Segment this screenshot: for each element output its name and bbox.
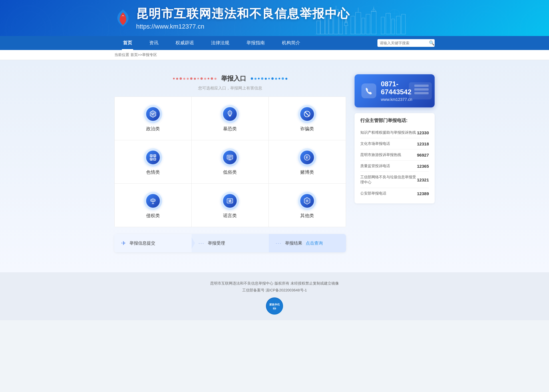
report-label-rumor: 谣言类 [223, 213, 237, 219]
logo-icon [114, 8, 132, 28]
hotline-item-0: 知识产权维权援助与举报投诉热线 12330 [360, 127, 429, 138]
svg-text:安全: 安全 [272, 307, 277, 309]
report-cell-porn[interactable]: X X X 色情类 [115, 140, 192, 184]
report-icon-politics [144, 105, 162, 123]
svg-text:家政华佗: 家政华佗 [269, 303, 280, 306]
process-step-submit: ✈ 举报信息提交 [114, 234, 192, 252]
nav-item-rumor[interactable]: 权威辟谣 [167, 36, 202, 50]
process-query-link[interactable]: 点击查询 [306, 241, 323, 246]
report-cell-rumor[interactable]: 谣 谣言类 [192, 184, 268, 227]
report-icon-rights [144, 192, 162, 210]
section-title: 举报入口 [221, 74, 246, 83]
hotline-number-2: 96927 [417, 153, 429, 157]
report-icon-terror [221, 105, 239, 123]
process-label-submit: 举报信息提交 [130, 241, 155, 246]
svg-rect-0 [317, 21, 320, 34]
footer-copyright: 昆明市互联网违法和不良信息举报中心 版权所有 未经授权禁止复制或建立镜像 [0, 281, 549, 286]
svg-text:X: X [154, 155, 156, 157]
svg-rect-23 [401, 14, 405, 34]
search-button[interactable]: 🔍 [429, 40, 435, 46]
contact-phone: 0871-67443542 [381, 80, 428, 96]
svg-rect-20 [386, 13, 390, 34]
svg-marker-9 [344, 17, 348, 25]
nav-bar: 首页 资讯 权威辟谣 法律法规 举报指南 机构简介 🔍 [0, 36, 549, 50]
hotline-name-3: 质量监管投诉电话 [360, 163, 417, 169]
svg-rect-4 [334, 9, 338, 34]
svg-rect-19 [381, 17, 385, 34]
hotline-title: 行业主管部门举报电话: [360, 118, 429, 124]
hotline-number-3: 12365 [417, 164, 429, 169]
svg-line-32 [305, 112, 309, 116]
report-label-fraud: 诈骗类 [300, 126, 314, 132]
section-subtitle: 您可选相应入口，举报网上有害信息 [114, 86, 346, 91]
hotline-name-1: 文化市场举报电话 [360, 141, 417, 146]
process-icon-submit: ✈ [121, 240, 126, 247]
process-label-receive: 举报受理 [208, 241, 225, 246]
svg-point-58 [266, 298, 283, 314]
process-dots-result: ··· [276, 240, 282, 246]
svg-rect-15 [366, 14, 370, 34]
report-cell-gamble[interactable]: ¥ 赌博类 [269, 140, 346, 184]
hotline-number-1: 12318 [417, 141, 429, 146]
svg-text:X: X [151, 159, 152, 161]
nav-item-law[interactable]: 法律法规 [202, 36, 238, 50]
report-icon-porn: X X X [144, 148, 162, 167]
section-header: 举报入口 [114, 74, 346, 83]
report-icon-vulgar [221, 148, 239, 167]
contact-url: www.km12377.cn [381, 97, 428, 102]
dots-right [251, 77, 287, 80]
search-input[interactable] [380, 41, 428, 45]
hotline-name-0: 知识产权维权援助与举报投诉热线 [360, 130, 417, 135]
report-label-rights: 侵权类 [146, 213, 160, 219]
svg-rect-54 [414, 85, 429, 87]
svg-rect-1 [321, 17, 325, 34]
report-cell-fraud[interactable]: 诈骗类 [269, 97, 346, 140]
svg-rect-21 [391, 19, 395, 34]
svg-text:谣: 谣 [228, 199, 232, 203]
nav-item-guide[interactable]: 举报指南 [238, 36, 273, 50]
report-grid: 政治类 暴恐类 [114, 97, 346, 227]
left-panel: 举报入口 您可选相应入口，举报网上有害信息 [114, 74, 346, 252]
svg-rect-36 [154, 158, 156, 160]
svg-rect-29 [229, 116, 231, 117]
hotline-number-0: 12330 [417, 130, 429, 135]
hotline-name-5: 公安部举报电话 [360, 191, 417, 196]
footer-icp: 工信部备案号 滇ICP备2022003648号-1 [0, 288, 549, 293]
nav-item-home[interactable]: 首页 [114, 36, 141, 50]
svg-rect-56 [414, 92, 429, 94]
hotline-number-5: 12389 [417, 191, 429, 196]
report-icon-rumor: 谣 [221, 192, 239, 210]
nav-item-news[interactable]: 资讯 [141, 36, 167, 50]
report-cell-vulgar[interactable]: 低俗类 [192, 140, 268, 184]
report-cell-rights[interactable]: 侵权类 [115, 184, 192, 227]
report-label-gamble: 赌博类 [300, 169, 314, 175]
footer-badge: 家政华佗 安全 [266, 297, 283, 315]
report-icon-fraud [298, 105, 316, 123]
hotline-item-2: 昆明市旅游投诉举报热线 96927 [360, 149, 429, 161]
svg-rect-10 [345, 26, 347, 34]
report-cell-terror[interactable]: 暴恐类 [192, 97, 268, 140]
report-icon-gamble: ¥ [298, 148, 316, 167]
svg-point-53 [306, 200, 308, 202]
nav-item-about[interactable]: 机构简介 [273, 36, 309, 50]
svg-rect-2 [325, 13, 328, 34]
right-panel: 0871-67443542 www.km12377.cn 行业主管部门举报电话:… [355, 74, 435, 252]
svg-rect-16 [371, 11, 376, 34]
process-bar: ✈ 举报信息提交 ··· 举报受理 ··· 举报结果 点击查询 [114, 234, 346, 252]
report-cell-politics[interactable]: 政治类 [115, 97, 192, 140]
hotline-item-1: 文化市场举报电话 12318 [360, 138, 429, 149]
report-icon-other [298, 192, 316, 210]
report-cell-other[interactable]: 其他类 [269, 184, 346, 227]
contact-card: 0871-67443542 www.km12377.cn [355, 74, 435, 107]
svg-rect-12 [355, 12, 361, 34]
process-step-result: ··· 举报结果 点击查询 [269, 234, 346, 252]
breadcrumb: 当前位置 首页>>举报专区 [114, 53, 157, 57]
svg-text:X: X [151, 155, 152, 157]
hotline-item-4: 工信部网络不良与垃圾信息举报受理中心 12321 [360, 172, 429, 188]
footer: 昆明市互联网违法和不良信息举报中心 版权所有 未经授权禁止复制或建立镜像 工信部… [0, 272, 549, 320]
svg-rect-11 [351, 16, 355, 34]
header: 昆明市互联网违法和不良信息举报中心 https://www.km12377.cn [0, 0, 549, 50]
svg-rect-6 [339, 15, 343, 34]
process-label-result: 举报结果 [285, 241, 302, 246]
svg-rect-55 [414, 88, 429, 91]
